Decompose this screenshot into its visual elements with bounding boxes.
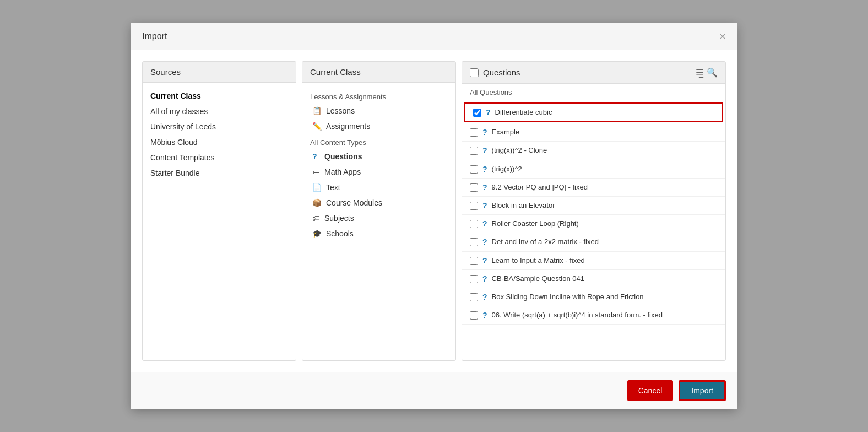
- questions-scroll-area: ? Differentiate cubic ? Example ?: [462, 101, 725, 360]
- schools-item[interactable]: 🎓 Schools: [302, 226, 455, 241]
- current-class-list: Lessons & Assignments 📋 Lessons ✏️ Assig…: [302, 83, 455, 360]
- import-modal: Import × Sources Current Class All of my…: [131, 23, 737, 409]
- assignments-label: Assignments: [326, 122, 370, 131]
- import-button[interactable]: Import: [679, 380, 726, 401]
- question-checkbox-vector[interactable]: [470, 183, 478, 192]
- all-content-label: All Content Types: [302, 134, 455, 149]
- question-item-trig-clone[interactable]: ? (trig(x))^2 - Clone: [462, 142, 725, 160]
- question-item-box-sliding[interactable]: ? Box Sliding Down Incline with Rope and…: [462, 288, 725, 306]
- current-class-panel: Current Class Lessons & Assignments 📋 Le…: [302, 61, 456, 361]
- subjects-icon: 🏷: [312, 214, 320, 223]
- questions-label: Questions: [324, 152, 362, 161]
- header-actions: ☰̲ 🔍: [696, 67, 718, 78]
- question-type-icon: ?: [482, 128, 487, 137]
- question-item-learn-matrix[interactable]: ? Learn to Input a Matrix - fixed: [462, 252, 725, 270]
- question-item-det[interactable]: ? Det and Inv of a 2x2 matrix - fixed: [462, 233, 725, 251]
- question-label-write-sqrt: 06. Write (sqrt(a) + sqrt(b)i)^4 in stan…: [492, 310, 663, 320]
- modal-overlay: Import × Sources Current Class All of my…: [0, 0, 868, 432]
- question-type-icon: ?: [482, 201, 487, 210]
- question-checkbox-learn-matrix[interactable]: [470, 257, 478, 265]
- question-list: ? Differentiate cubic ? Example ?: [462, 101, 725, 360]
- modal-footer: Cancel Import: [131, 372, 737, 409]
- search-icon[interactable]: 🔍: [707, 67, 718, 78]
- modal-title: Import: [142, 31, 167, 41]
- question-label-elevator: Block in an Elevator: [492, 201, 555, 210]
- math-apps-item[interactable]: ≔ Math Apps: [302, 164, 455, 180]
- questions-panel-header: Questions ☰̲ 🔍: [462, 62, 725, 84]
- source-item-mobius[interactable]: Möbius Cloud: [143, 134, 296, 150]
- question-item-trig[interactable]: ? (trig(x))^2: [462, 160, 725, 179]
- math-apps-icon: ≔: [312, 168, 320, 176]
- question-item-write-sqrt[interactable]: ? 06. Write (sqrt(a) + sqrt(b)i)^4 in st…: [462, 306, 725, 325]
- questions-inner: All Questions ? Differentiate cubic: [462, 84, 725, 360]
- question-checkbox-det[interactable]: [470, 238, 478, 246]
- course-modules-label: Course Modules: [326, 198, 382, 207]
- question-label-example: Example: [492, 127, 520, 137]
- question-item-example[interactable]: ? Example: [462, 123, 725, 142]
- question-checkbox-cb[interactable]: [470, 275, 478, 283]
- question-label-det: Det and Inv of a 2x2 matrix - fixed: [492, 237, 599, 247]
- question-type-icon: ?: [482, 237, 487, 246]
- question-item-differentiate[interactable]: ? Differentiate cubic: [464, 102, 723, 122]
- question-label-differentiate: Differentiate cubic: [495, 107, 552, 117]
- assignments-item[interactable]: ✏️ Assignments: [302, 118, 455, 134]
- question-checkbox-differentiate[interactable]: [473, 109, 481, 117]
- question-type-icon: ?: [482, 146, 487, 155]
- course-modules-icon: 📦: [312, 198, 322, 207]
- text-item[interactable]: 📄 Text: [302, 180, 455, 195]
- lessons-icon: 📋: [312, 106, 322, 115]
- question-label-roller: Roller Coaster Loop (Right): [492, 219, 579, 229]
- schools-label: Schools: [326, 229, 354, 238]
- question-label-box-sliding: Box Sliding Down Incline with Rope and F…: [492, 292, 644, 302]
- modal-body: Sources Current Class All of my classes …: [131, 50, 737, 372]
- question-type-icon: ?: [482, 219, 487, 228]
- modal-header: Import ×: [131, 23, 737, 50]
- current-class-panel-header: Current Class: [302, 62, 455, 83]
- subjects-item[interactable]: 🏷 Subjects: [302, 210, 455, 226]
- question-label-trig: (trig(x))^2: [492, 164, 522, 174]
- question-item-cb[interactable]: ? CB-BA/Sample Question 041: [462, 270, 725, 288]
- question-type-icon: ?: [482, 293, 487, 301]
- course-modules-item[interactable]: 📦 Course Modules: [302, 195, 455, 210]
- source-item-university[interactable]: University of Leeds: [143, 119, 296, 134]
- question-label-learn-matrix: Learn to Input a Matrix - fixed: [492, 256, 585, 266]
- source-item-all-classes[interactable]: All of my classes: [143, 104, 296, 119]
- question-checkbox-trig[interactable]: [470, 165, 478, 174]
- sources-list: Current Class All of my classes Universi…: [143, 83, 296, 360]
- text-icon: 📄: [312, 183, 322, 192]
- questions-icon: ?: [312, 152, 320, 161]
- sources-title: Sources: [150, 67, 181, 77]
- source-item-starter[interactable]: Starter Bundle: [143, 165, 296, 181]
- question-checkbox-example[interactable]: [470, 128, 478, 137]
- lessons-item[interactable]: 📋 Lessons: [302, 103, 455, 118]
- text-label: Text: [326, 183, 340, 192]
- questions-panel: Questions ☰̲ 🔍 All Questions ?: [462, 61, 726, 361]
- question-checkbox-roller[interactable]: [470, 220, 478, 228]
- source-item-current-class[interactable]: Current Class: [143, 88, 296, 104]
- close-button[interactable]: ×: [719, 31, 726, 42]
- sort-icon[interactable]: ☰̲: [696, 67, 703, 78]
- question-label-vector: 9.2 Vector PQ and |PQ| - fixed: [492, 182, 588, 192]
- lessons-assignments-label: Lessons & Assignments: [302, 88, 455, 103]
- question-label-cb: CB-BA/Sample Question 041: [492, 274, 584, 284]
- subjects-label: Subjects: [324, 214, 354, 223]
- question-item-roller[interactable]: ? Roller Coaster Loop (Right): [462, 215, 725, 233]
- question-checkbox-write-sqrt[interactable]: [470, 311, 478, 320]
- cancel-button[interactable]: Cancel: [627, 380, 674, 401]
- select-all-checkbox[interactable]: [470, 68, 479, 77]
- question-checkbox-elevator[interactable]: [470, 202, 478, 210]
- schools-icon: 🎓: [312, 229, 322, 238]
- question-type-icon: ?: [486, 108, 491, 117]
- question-type-icon: ?: [482, 274, 487, 283]
- question-checkbox-trig-clone[interactable]: [470, 147, 478, 155]
- sources-panel: Sources Current Class All of my classes …: [142, 61, 296, 361]
- questions-panel-title: Questions: [483, 68, 520, 77]
- all-questions-label: All Questions: [462, 84, 725, 101]
- assignments-icon: ✏️: [312, 122, 322, 131]
- question-checkbox-box-sliding[interactable]: [470, 293, 478, 301]
- questions-item[interactable]: ? Questions: [302, 149, 455, 164]
- source-item-templates[interactable]: Content Templates: [143, 150, 296, 165]
- question-item-elevator[interactable]: ? Block in an Elevator: [462, 197, 725, 215]
- question-type-icon: ?: [482, 311, 487, 320]
- question-item-vector[interactable]: ? 9.2 Vector PQ and |PQ| - fixed: [462, 179, 725, 197]
